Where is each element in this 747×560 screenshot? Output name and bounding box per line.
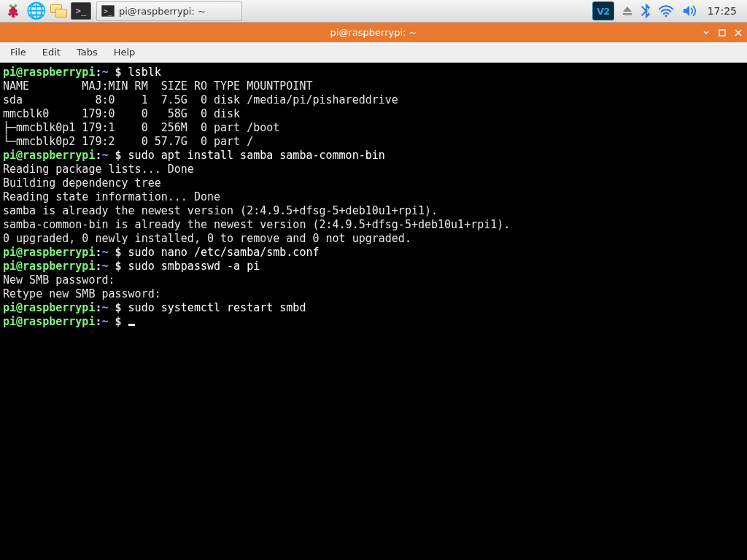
terminal-line: pi@raspberrypi:~ $ sudo apt install samb… [3, 149, 744, 163]
window-title: pi@raspberrypi: ~ [330, 27, 417, 38]
terminal-line: Building dependency tree [3, 176, 744, 190]
terminal-output[interactable]: pi@raspberrypi:~ $ lsblkNAME MAJ:MIN RM … [0, 63, 747, 560]
terminal-line: pi@raspberrypi:~ $ lsblk [3, 66, 744, 79]
svg-point-2 [11, 7, 15, 10]
terminal-line: Retype new SMB password: [3, 287, 744, 301]
eject-media-icon[interactable] [622, 5, 633, 17]
terminal-line: NAME MAJ:MIN RM SIZE RO TYPE MOUNTPOINT [3, 79, 744, 93]
svg-point-0 [9, 9, 14, 13]
terminal-line: └─mmcblk0p2 179:2 0 57.7G 0 part / [3, 135, 744, 149]
terminal-line: sda 8:0 1 7.5G 0 disk /media/pi/pishared… [3, 93, 744, 107]
menu-tabs[interactable]: Tabs [69, 44, 105, 60]
window-close-button[interactable] [732, 27, 744, 39]
terminal-line: pi@raspberrypi:~ $ sudo smbpasswd -a pi [3, 260, 744, 273]
terminal-line: pi@raspberrypi:~ $ sudo systemctl restar… [3, 301, 744, 315]
window-minimize-button[interactable] [700, 27, 712, 39]
svg-point-4 [8, 12, 11, 15]
terminal-launcher-icon[interactable]: >_ [71, 1, 91, 21]
window-titlebar[interactable]: pi@raspberrypi: ~ [0, 23, 747, 42]
menu-edit[interactable]: Edit [35, 44, 68, 60]
svg-rect-7 [623, 13, 632, 15]
terminal-line: 0 upgraded, 0 newly installed, 0 to remo… [3, 232, 744, 246]
terminal-line: samba-common-bin is already the newest v… [3, 218, 744, 232]
bluetooth-icon[interactable] [640, 3, 651, 19]
svg-rect-9 [719, 30, 725, 36]
raspberry-menu-icon[interactable] [3, 1, 23, 21]
terminal-line: Reading state information... Done [3, 190, 744, 204]
terminal-line: mmcblk0 179:0 0 58G 0 disk [3, 107, 744, 121]
menu-help[interactable]: Help [107, 44, 143, 60]
web-browser-icon[interactable]: 🌐 [26, 1, 46, 21]
svg-point-5 [15, 12, 18, 15]
terminal-line: New SMB password: [3, 273, 744, 287]
svg-point-8 [665, 15, 667, 17]
terminal-prompt: pi@raspberrypi:~ $ [3, 315, 744, 329]
file-manager-icon[interactable] [48, 1, 69, 21]
menu-file[interactable]: File [3, 44, 34, 60]
terminal-line: samba is already the newest version (2:4… [3, 204, 744, 218]
wifi-icon[interactable] [658, 4, 674, 18]
system-tray: V2 17:25 [588, 1, 744, 20]
terminal-menubar: File Edit Tabs Help [0, 42, 747, 63]
taskbar-window-tab[interactable]: >_ pi@raspberrypi: ~ [96, 1, 242, 21]
terminal-line: ├─mmcblk0p1 179:1 0 256M 0 part /boot [3, 121, 744, 135]
terminal-icon: >_ [101, 5, 115, 17]
desktop-taskbar: 🌐 >_ >_ pi@raspberrypi: ~ V2 17:25 [0, 0, 747, 23]
svg-point-3 [11, 12, 15, 15]
terminal-line: Reading package lists... Done [3, 163, 744, 176]
svg-point-1 [13, 9, 18, 13]
clock[interactable]: 17:25 [705, 5, 740, 17]
vnc-server-icon[interactable]: V2 [592, 1, 614, 20]
terminal-line: pi@raspberrypi:~ $ sudo nano /etc/samba/… [3, 246, 744, 260]
window-maximize-button[interactable] [716, 27, 728, 39]
taskbar-tab-label: pi@raspberrypi: ~ [119, 6, 206, 17]
volume-icon[interactable] [681, 4, 697, 18]
svg-point-6 [12, 15, 15, 18]
